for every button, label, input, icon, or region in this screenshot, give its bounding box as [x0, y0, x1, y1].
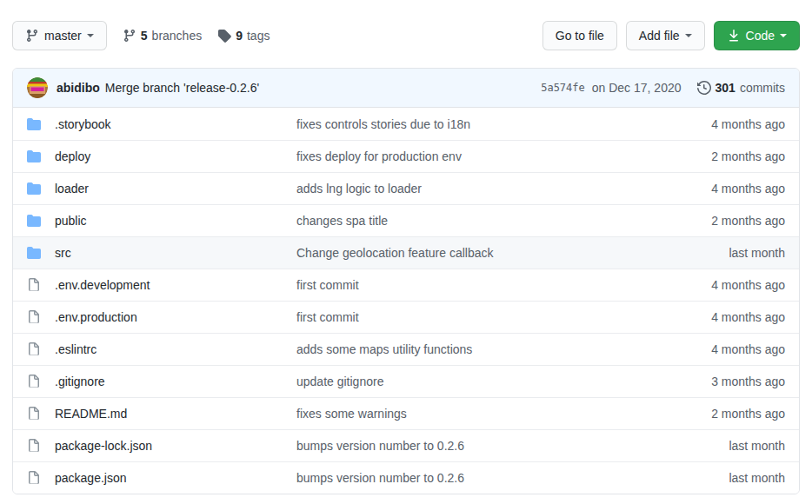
file-name-link[interactable]: src [55, 246, 296, 260]
go-to-file-label: Go to file [556, 29, 604, 43]
table-row[interactable]: loader adds lng logic to loader 4 months… [13, 172, 799, 204]
branch-name-label: master [44, 29, 82, 43]
file-icon [27, 278, 41, 292]
commit-age: last month [646, 246, 785, 260]
commit-message-link[interactable]: fixes controls stories due to i18n [296, 117, 646, 131]
tags-count: 9 [236, 29, 243, 43]
file-icon [27, 342, 41, 356]
commit-message-link[interactable]: Change geolocation feature callback [296, 246, 646, 260]
folder-icon [27, 117, 41, 131]
commit-age: 2 months ago [646, 214, 785, 228]
commit-age: 4 months ago [646, 117, 785, 131]
toolbar-right: Go to file Add file Code [534, 21, 800, 50]
table-row[interactable]: .env.production first commit 4 months ag… [13, 301, 799, 333]
table-row[interactable]: .gitignore update gitignore 3 months ago [13, 365, 799, 397]
commit-meta: 5a574fe on Dec 17, 2020 301 commits [541, 81, 785, 95]
commit-message-link[interactable]: adds some maps utility functions [296, 342, 646, 356]
file-name-link[interactable]: package-lock.json [55, 439, 296, 453]
folder-icon [27, 246, 41, 260]
table-row[interactable]: src Change geolocation feature callback … [13, 236, 799, 269]
chevron-down-icon [780, 34, 787, 37]
commit-age: 2 months ago [646, 149, 785, 163]
branches-link[interactable]: 5 branches [123, 29, 202, 43]
file-name-link[interactable]: deploy [55, 149, 296, 163]
commit-message-link[interactable]: changes spa title [296, 214, 646, 228]
commit-message-link[interactable]: fixes some warnings [296, 407, 646, 421]
table-row[interactable]: .env.development first commit 4 months a… [13, 269, 799, 301]
table-row[interactable]: .storybook fixes controls stories due to… [13, 108, 799, 140]
table-row[interactable]: deploy fixes deploy for production env 2… [13, 140, 799, 172]
commit-count: 301 [715, 81, 735, 95]
code-button-label: Code [746, 29, 775, 43]
folder-icon [27, 149, 41, 163]
branches-count: 5 [141, 29, 148, 43]
commits-label: commits [740, 81, 785, 95]
branch-selector-button[interactable]: master [12, 21, 107, 50]
commit-message-link[interactable]: adds lng logic to loader [296, 182, 646, 196]
table-row[interactable]: public changes spa title 2 months ago [13, 204, 799, 236]
file-name-link[interactable]: package.json [55, 471, 296, 485]
folder-icon [27, 214, 41, 228]
table-row[interactable]: README.md fixes some warnings 2 months a… [13, 397, 799, 429]
file-listing-box: abidibo Merge branch 'release-0.2.6' 5a5… [12, 68, 800, 494]
commit-age: 4 months ago [646, 182, 785, 196]
file-icon [27, 407, 41, 421]
file-name-link[interactable]: public [55, 214, 296, 228]
code-download-button[interactable]: Code [714, 21, 800, 50]
repo-toolbar: master 5 branches 9 tags Go to file [12, 21, 800, 50]
commit-age: 4 months ago [646, 310, 785, 324]
commit-age: 4 months ago [646, 342, 785, 356]
file-name-link[interactable]: .gitignore [55, 375, 296, 388]
commit-message-link[interactable]: first commit [296, 278, 646, 292]
file-name-link[interactable]: loader [55, 182, 296, 196]
file-icon [27, 310, 41, 324]
commit-age: 4 months ago [646, 278, 785, 292]
commit-age: 2 months ago [646, 407, 785, 421]
toolbar-left: master 5 branches 9 tags [12, 21, 270, 50]
commit-date: on Dec 17, 2020 [592, 81, 682, 95]
commit-message-link[interactable]: fixes deploy for production env [296, 149, 646, 163]
commit-message-link[interactable]: first commit [296, 310, 646, 324]
commit-age: last month [646, 439, 785, 453]
table-row[interactable]: package-lock.json bumps version number t… [13, 429, 799, 461]
history-icon [697, 81, 711, 95]
avatar[interactable] [27, 77, 48, 98]
commit-message-link[interactable]: bumps version number to 0.2.6 [296, 439, 646, 453]
commits-history-link[interactable]: 301 commits [697, 81, 785, 95]
repo-page: master 5 branches 9 tags Go to file [0, 0, 812, 494]
tag-icon [217, 29, 231, 43]
folder-icon [27, 182, 41, 196]
chevron-down-icon [87, 34, 94, 37]
commit-age: 3 months ago [646, 375, 785, 388]
commit-message-link[interactable]: Merge branch 'release-0.2.6' [105, 81, 541, 95]
go-to-file-button[interactable]: Go to file [542, 21, 617, 50]
git-branch-icon [25, 29, 39, 43]
commit-message-link[interactable]: bumps version number to 0.2.6 [296, 471, 646, 485]
file-name-link[interactable]: .eslintrc [55, 342, 296, 356]
file-icon [27, 439, 41, 453]
add-file-button[interactable]: Add file [626, 21, 705, 50]
table-row[interactable]: package.json bumps version number to 0.2… [13, 461, 799, 494]
chevron-down-icon [685, 34, 692, 37]
commit-age: last month [646, 471, 785, 485]
tags-label: tags [247, 29, 270, 43]
commit-author-link[interactable]: abidibo [57, 81, 100, 95]
file-table: .storybook fixes controls stories due to… [13, 108, 799, 494]
latest-commit-bar: abidibo Merge branch 'release-0.2.6' 5a5… [13, 69, 799, 108]
table-row[interactable]: .eslintrc adds some maps utility functio… [13, 333, 799, 365]
file-name-link[interactable]: .env.production [55, 310, 296, 324]
file-name-link[interactable]: .storybook [55, 117, 296, 131]
file-icon [27, 375, 41, 388]
commit-message-link[interactable]: update gitignore [296, 375, 646, 388]
file-icon [27, 471, 41, 485]
download-icon [727, 29, 741, 43]
tags-link[interactable]: 9 tags [217, 29, 270, 43]
branches-label: branches [152, 29, 203, 43]
git-branch-icon [123, 29, 136, 43]
file-name-link[interactable]: README.md [55, 407, 296, 421]
file-name-link[interactable]: .env.development [55, 278, 296, 292]
add-file-label: Add file [639, 29, 680, 43]
commit-hash-link[interactable]: 5a574fe [541, 82, 585, 94]
